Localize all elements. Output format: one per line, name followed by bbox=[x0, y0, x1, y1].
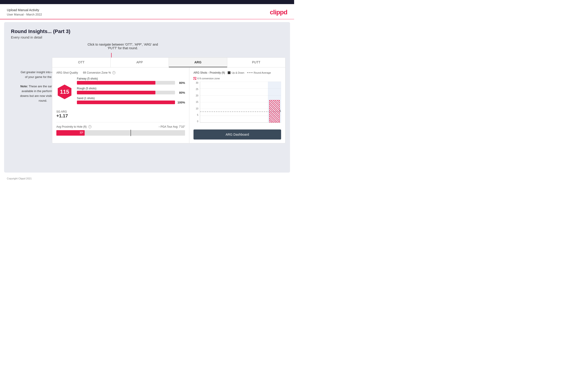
hexagon-container: 115 Fairway (5 shots) 80% bbox=[56, 77, 185, 107]
y-axis: 30 25 20 15 10 5 0 bbox=[193, 82, 199, 123]
page-title: Upload Manual Activity bbox=[7, 8, 42, 12]
left-panel: ARG Shot Quality 6ft Conversion Zone % ?… bbox=[52, 67, 189, 143]
tab-app[interactable]: APP bbox=[111, 58, 169, 67]
bar-bg-fairway bbox=[77, 81, 175, 84]
quality-header: ARG Shot Quality bbox=[56, 71, 78, 74]
legend-updown-icon bbox=[228, 71, 230, 74]
shot-label-rough: Rough (5 shots) bbox=[77, 87, 185, 90]
bar-fill-fairway bbox=[77, 81, 156, 84]
help-icon[interactable]: ? bbox=[112, 71, 115, 74]
legend-roundavg-icon bbox=[247, 73, 253, 73]
shot-row-fairway: Fairway (5 shots) 80% bbox=[77, 77, 185, 84]
bar-pct-rough: 80% bbox=[177, 91, 185, 94]
section-subtitle: Every round in detail bbox=[11, 35, 283, 39]
header-divider bbox=[0, 19, 294, 19]
tab-ott[interactable]: OTT bbox=[52, 58, 111, 67]
shot-quality-col: Fairway (5 shots) 80% Rough (5 shots) bbox=[77, 77, 185, 107]
main-content: Round Insights... (Part 3) Every round i… bbox=[4, 22, 290, 173]
hexagon-number: 115 bbox=[60, 89, 69, 95]
annotation-text: Click to navigate between 'OTT', 'APP', … bbox=[86, 43, 159, 50]
section-title: Round Insights... (Part 3) bbox=[11, 28, 283, 34]
shot-row-sand: Sand (1 shots) 100% bbox=[77, 97, 185, 104]
card-body: ARG Shot Quality 6ft Conversion Zone % ?… bbox=[52, 67, 285, 143]
proximity-header: Avg Proximity to Hole (ft) ? ↑ PGA Tour … bbox=[56, 125, 185, 128]
proximity-section: Avg Proximity to Hole (ft) ? ↑ PGA Tour … bbox=[56, 122, 185, 136]
shot-label-fairway: Fairway (5 shots) bbox=[77, 77, 185, 80]
conversion-zone-col bbox=[268, 82, 281, 122]
note-label: Note: bbox=[20, 84, 28, 88]
bar-bg-sand bbox=[77, 100, 175, 104]
sg-label: SG ARG bbox=[56, 110, 185, 113]
hexagon-score: 115 bbox=[56, 84, 73, 100]
header-left: Upload Manual Activity User Manual - Mar… bbox=[7, 8, 42, 16]
top-bar bbox=[0, 0, 294, 4]
proximity-cursor bbox=[130, 130, 131, 136]
conversion-header: 6ft Conversion Zone % bbox=[83, 71, 111, 74]
proximity-help-icon[interactable]: ? bbox=[88, 125, 92, 128]
chart-plot: 8 bbox=[200, 82, 281, 123]
bar-pct-sand: 100% bbox=[177, 101, 185, 104]
arg-dashboard-button[interactable]: ARG Dashboard bbox=[193, 129, 281, 140]
tab-arg[interactable]: ARG bbox=[169, 58, 227, 67]
right-panel: ARG Shots - Proximity (ft) Up & Down Rou… bbox=[189, 67, 285, 143]
bar-fill-sand bbox=[77, 100, 175, 104]
copyright: Copyright Clippd 2021 bbox=[0, 175, 294, 182]
bars-area bbox=[200, 82, 268, 122]
tabs-row: OTT APP ARG PUTT bbox=[52, 58, 285, 67]
shot-label-sand: Sand (1 shots) bbox=[77, 97, 185, 100]
proximity-label: Avg Proximity to Hole (ft) ? bbox=[56, 125, 92, 128]
bar-fill-rough bbox=[77, 91, 156, 94]
legend-updown: Up & Down bbox=[228, 71, 244, 74]
header: Upload Manual Activity User Manual - Mar… bbox=[0, 4, 294, 19]
pga-avg: ↑ PGA Tour Avg: 7'10" bbox=[158, 125, 185, 128]
legend-6ft-icon bbox=[193, 77, 196, 80]
left-panel-header: ARG Shot Quality 6ft Conversion Zone % ? bbox=[56, 71, 185, 74]
sg-section: SG ARG +1.17 bbox=[56, 110, 185, 118]
legend-roundavg: Round Average bbox=[247, 71, 271, 74]
sg-value: +1.17 bbox=[56, 113, 185, 118]
document-subtitle: User Manual - March 2022 bbox=[7, 13, 42, 16]
right-panel-header: ARG Shots - Proximity (ft) Up & Down Rou… bbox=[193, 71, 281, 80]
tab-putt[interactable]: PUTT bbox=[227, 58, 285, 67]
proximity-bar-container: 77' bbox=[56, 130, 185, 136]
legend-6ft: 6 ft conversion zone bbox=[193, 77, 220, 80]
insights-card: OTT APP ARG PUTT ARG Shot Quality 6ft Co… bbox=[52, 58, 285, 143]
conversion-zone-bar bbox=[269, 100, 280, 122]
bar-bg-rough bbox=[77, 91, 175, 94]
chart-container: 30 25 20 15 10 5 0 bbox=[193, 82, 281, 127]
proximity-bar-fill: 77' bbox=[56, 130, 85, 136]
proximity-value: 77' bbox=[80, 131, 83, 134]
bar-pct-fairway: 80% bbox=[177, 81, 185, 84]
chart-title: ARG Shots - Proximity (ft) bbox=[193, 71, 225, 74]
shot-row-rough: Rough (5 shots) 80% bbox=[77, 87, 185, 94]
logo: clippd bbox=[270, 9, 287, 16]
